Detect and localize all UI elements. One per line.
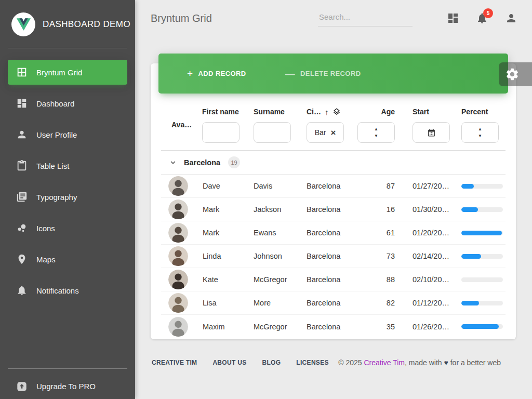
first-name-cell: Mark <box>200 229 251 237</box>
notification-badge: 5 <box>483 8 493 18</box>
table-row[interactable]: KateMcGregorBarcelona8802/10/20… <box>161 268 506 291</box>
stepper-down-icon[interactable]: ▼ <box>478 134 482 138</box>
percent-bar <box>461 184 503 189</box>
age-cell: 82 <box>355 299 396 307</box>
table-row[interactable]: MaximMcGregorBarcelona3501/26/20… <box>161 315 506 338</box>
brand-header[interactable]: DASHBOARD DEMO <box>0 0 135 48</box>
percent-filter-stepper[interactable]: ▲ ▼ <box>461 122 499 143</box>
delete-record-button[interactable]: — DELETE RECORD <box>285 69 361 78</box>
sidebar-item-bryntum-grid[interactable]: Bryntum Grid <box>8 60 127 85</box>
profile-button[interactable] <box>505 12 517 24</box>
bubbles-icon <box>16 222 28 234</box>
sidebar-item-table-list[interactable]: Table List <box>8 153 127 178</box>
percent-column-label[interactable]: Percent <box>456 106 506 117</box>
city-filter-input[interactable]: Bar × <box>307 122 344 143</box>
minus-icon: — <box>285 69 295 78</box>
city-cell: Barcelona <box>303 323 355 331</box>
table-row[interactable]: LisaMoreBarcelona8201/12/20… <box>161 291 506 315</box>
person-icon <box>16 129 28 140</box>
sidebar-item-icons[interactable]: Icons <box>8 216 127 241</box>
percent-bar <box>461 301 503 305</box>
stepper-up-icon[interactable]: ▲ <box>374 127 378 131</box>
start-date-cell: 02/14/20… <box>396 252 456 260</box>
avatar-column-label: Ava… <box>171 121 192 129</box>
first-name-cell: Lisa <box>200 299 251 307</box>
plus-icon: + <box>187 69 193 78</box>
stepper-up-icon[interactable]: ▲ <box>478 127 482 131</box>
add-record-label: ADD RECORD <box>198 70 246 77</box>
stepper-down-icon[interactable]: ▼ <box>374 134 378 138</box>
first-name-column-label[interactable]: First name <box>200 106 251 117</box>
surname-cell: McGregor <box>251 275 303 284</box>
start-date-cell: 01/20/20… <box>396 229 456 237</box>
table-row[interactable]: MarkEwansBarcelona6101/20/20… <box>161 221 506 245</box>
percent-bar <box>461 324 503 329</box>
calendar-icon[interactable] <box>427 128 436 137</box>
sidebar-item-upgrade-to-pro[interactable]: Upgrade To PRO <box>8 373 127 399</box>
age-column-label[interactable]: Age <box>355 106 396 117</box>
surname-cell: Ewans <box>251 229 303 237</box>
group-row-barcelona[interactable]: Barcelona 19 <box>161 151 506 175</box>
notifications-button[interactable]: 5 <box>476 12 488 24</box>
sidebar-divider-bottom <box>8 368 127 369</box>
clipboard-icon <box>16 160 28 171</box>
creative-tim-link[interactable]: Creative Tim <box>364 358 405 367</box>
percent-bar <box>461 207 503 212</box>
sidebar-item-dashboard[interactable]: Dashboard <box>8 91 127 116</box>
city-column-label[interactable]: Ci… ↑ <box>303 106 355 117</box>
group-layers-icon[interactable] <box>332 108 341 116</box>
search-input[interactable] <box>318 10 413 26</box>
vue-logo-icon <box>11 12 35 36</box>
chevron-down-icon[interactable] <box>169 159 177 166</box>
topbar-actions: 5 <box>318 10 517 26</box>
clear-filter-icon[interactable]: × <box>330 128 336 137</box>
table-row[interactable]: MarkJacksonBarcelona1601/30/20… <box>161 198 506 221</box>
avatar <box>168 176 188 196</box>
sidebar-item-notifications[interactable]: Notifications <box>8 278 127 303</box>
avatar <box>168 293 188 313</box>
percent-bar <box>461 231 503 235</box>
table-row[interactable]: DaveDavisBarcelona8701/27/20… <box>161 175 506 198</box>
first-name-filter-input[interactable] <box>202 122 240 143</box>
add-record-button[interactable]: + ADD RECORD <box>187 69 246 78</box>
number-stepper-icon[interactable]: ▲ ▼ <box>374 127 378 138</box>
percent-bar <box>461 277 503 282</box>
city-cell: Barcelona <box>303 182 355 190</box>
start-date-filter[interactable] <box>413 122 450 143</box>
page-title: Bryntum Grid <box>151 12 212 24</box>
surname-cell: McGregor <box>251 323 303 331</box>
first-name-cell: Linda <box>200 252 251 260</box>
group-count-badge: 19 <box>228 156 240 168</box>
column-header-avatar[interactable]: Ava… <box>161 106 200 143</box>
sidebar-item-maps[interactable]: Maps <box>8 247 127 272</box>
start-column-label[interactable]: Start <box>396 106 456 117</box>
footer: CREATIVE TIMABOUT USBLOGLICENSES © 2025 … <box>135 352 532 374</box>
brand-title: DASHBOARD DEMO <box>43 19 130 30</box>
age-filter-stepper[interactable]: ▲ ▼ <box>357 122 395 143</box>
city-cell: Barcelona <box>303 205 355 214</box>
start-date-cell: 01/12/20… <box>396 299 456 307</box>
sidebar-item-user-profile[interactable]: User Profile <box>8 122 127 147</box>
delete-record-label: DELETE RECORD <box>300 70 361 77</box>
footer-link-blog[interactable]: BLOG <box>262 359 281 366</box>
dashboard-shortcut-button[interactable] <box>447 12 459 24</box>
column-header-surname: Surname <box>251 106 303 143</box>
surname-cell: Davis <box>251 182 303 190</box>
settings-panel-button[interactable] <box>499 62 532 86</box>
footer-link-licenses[interactable]: LICENSES <box>296 359 328 366</box>
column-header-first-name: First name <box>200 106 251 143</box>
surname-column-label[interactable]: Surname <box>251 106 303 117</box>
place-icon <box>16 254 28 265</box>
age-cell: 88 <box>355 275 396 284</box>
age-cell: 73 <box>355 252 396 260</box>
footer-link-about-us[interactable]: ABOUT US <box>212 359 246 366</box>
footer-link-creative-tim[interactable]: CREATIVE TIM <box>152 359 197 366</box>
table-row[interactable]: LindaJohnsonBarcelona7302/14/20… <box>161 245 506 268</box>
age-cell: 16 <box>355 205 396 214</box>
upgrade-label: Upgrade To PRO <box>36 382 96 391</box>
sort-ascending-icon[interactable]: ↑ <box>325 108 329 116</box>
number-stepper-icon[interactable]: ▲ ▼ <box>478 127 482 138</box>
sidebar-item-typography[interactable]: Typography <box>8 184 127 209</box>
city-cell: Barcelona <box>303 299 355 307</box>
surname-filter-input[interactable] <box>254 122 291 143</box>
